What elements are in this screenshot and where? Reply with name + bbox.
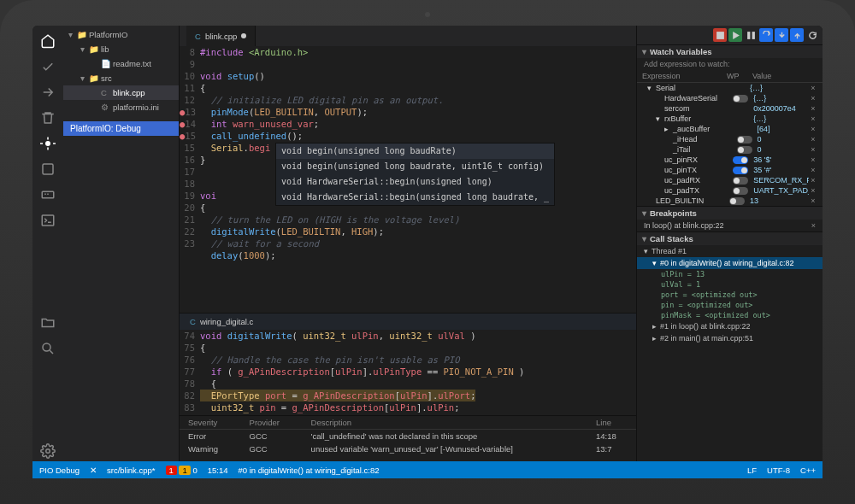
watch-header[interactable]: ▾Watch Variables	[637, 44, 823, 58]
debug-icon[interactable]	[38, 133, 58, 154]
remove-icon[interactable]: ×	[809, 135, 817, 144]
dirty-indicator	[241, 33, 246, 38]
settings-icon[interactable]	[38, 441, 58, 461]
tree-root[interactable]: ▾📁PlatformIO	[63, 27, 179, 42]
variable-row[interactable]: _iTail0×	[637, 144, 823, 155]
debug-restart-button[interactable]	[805, 28, 819, 42]
folder-icon[interactable]	[38, 313, 58, 333]
editor-main[interactable]: 8#include <Arduino.h>910void setup()11{1…	[180, 46, 636, 313]
split-tab[interactable]: C wiring_digital.c	[180, 313, 636, 330]
svg-rect-8	[752, 32, 754, 39]
serial-icon[interactable]	[38, 185, 58, 205]
status-mode[interactable]: PIO Debug	[39, 466, 80, 475]
watch-toggle[interactable]	[729, 197, 745, 205]
debug-pane: ▾Watch Variables Add expression to watch…	[636, 26, 823, 461]
variable-row[interactable]: uc_pinTX35 '#'×	[637, 165, 823, 175]
variable-row[interactable]: uc_pinRX36 '$'×	[637, 155, 823, 165]
test-icon[interactable]	[38, 159, 58, 179]
clean-icon[interactable]	[38, 108, 58, 128]
variable-row[interactable]: LED_BUILTIN13×	[637, 196, 823, 206]
debug-step-into-button[interactable]	[775, 28, 788, 42]
svg-point-0	[45, 141, 50, 146]
remove-icon[interactable]: ×	[809, 166, 817, 174]
tree-item[interactable]: ⚙platformio.ini	[63, 100, 179, 114]
debug-continue-button[interactable]	[728, 28, 742, 42]
remove-icon[interactable]: ×	[809, 104, 817, 113]
watch-toggle[interactable]	[737, 136, 752, 144]
status-bar: PIO Debug ✕ src/blink.cpp* 1 1 0 15:14 #…	[32, 461, 823, 478]
debug-step-over-button[interactable]	[759, 28, 773, 42]
watch-toggle[interactable]	[733, 187, 748, 195]
activity-bar	[32, 26, 63, 461]
status-frame[interactable]: #0 in digitalWrite() at wiring_digital.c…	[238, 466, 379, 475]
breakpoint-row[interactable]: In loop() at blink.cpp:22×	[637, 220, 823, 231]
remove-icon[interactable]: ×	[809, 125, 817, 133]
status-eol[interactable]: LF	[747, 466, 757, 475]
watch-toggle[interactable]	[733, 95, 748, 103]
remove-icon[interactable]: ×	[809, 155, 817, 164]
svg-rect-7	[747, 32, 750, 39]
thread-row[interactable]: ▾Thread #1	[637, 245, 823, 257]
autocomplete-popup[interactable]: void begin(unsigned long baudRate)void b…	[275, 143, 555, 206]
status-warnings[interactable]: 1	[179, 466, 190, 475]
callstack-frame[interactable]: ▾#0 in digitalWrite() at wiring_digital.…	[637, 257, 823, 269]
home-icon[interactable]	[38, 31, 58, 51]
remove-icon[interactable]: ×	[809, 84, 817, 92]
remove-icon[interactable]: ×	[809, 114, 817, 123]
status-errors[interactable]: 1	[166, 466, 177, 475]
remove-icon[interactable]: ×	[809, 196, 817, 205]
debug-pause-button[interactable]	[744, 28, 758, 42]
variable-row[interactable]: ▾Serial{…}×	[637, 83, 823, 93]
variable-row[interactable]: HardwareSerial{…}×	[637, 93, 823, 103]
terminal-icon[interactable]	[38, 210, 58, 231]
search-icon[interactable]	[38, 338, 58, 359]
svg-rect-1	[43, 164, 53, 174]
status-cursor[interactable]: 15:14	[208, 466, 228, 475]
upload-icon[interactable]	[38, 82, 58, 103]
problem-row[interactable]: ErrorGCC'call_undefined' was not declare…	[180, 430, 636, 443]
debug-toolbar	[637, 26, 823, 44]
watch-toggle[interactable]	[733, 156, 748, 164]
variable-row[interactable]: ▸_aucBuffer[64]×	[637, 124, 823, 134]
status-close-icon[interactable]: ✕	[90, 466, 97, 475]
debug-stop-button[interactable]	[713, 28, 727, 42]
remove-icon[interactable]: ×	[809, 176, 817, 185]
debug-step-out-button[interactable]	[790, 28, 804, 42]
variable-row[interactable]: uc_padRXSERCOM_RX_PAD_3×	[637, 175, 823, 185]
status-language[interactable]: C++	[800, 466, 816, 475]
remove-icon[interactable]: ×	[809, 145, 817, 154]
problem-row[interactable]: WarningGCCunused variable 'warn_unused_v…	[180, 442, 636, 455]
tab-bar: C blink.cpp	[180, 26, 636, 46]
editor-split[interactable]: 74void digitalWrite( uint32_t ulPin, uin…	[180, 330, 636, 415]
problems-panel: SeverityProviderDescriptionLine ErrorGCC…	[180, 415, 636, 461]
status-file[interactable]: src/blink.cpp*	[107, 466, 156, 475]
svg-point-4	[43, 343, 50, 351]
tab-blink[interactable]: C blink.cpp	[186, 26, 256, 46]
remove-icon[interactable]: ×	[809, 186, 817, 195]
variable-row[interactable]: uc_padTXUART_TX_PAD_2×	[637, 185, 823, 196]
watch-add-input[interactable]: Add expression to watch:	[637, 58, 823, 70]
debug-panel-title[interactable]: PlatformIO: Debug	[63, 121, 179, 136]
watch-toggle[interactable]	[733, 177, 748, 185]
svg-rect-3	[42, 215, 54, 226]
tree-item[interactable]: ▾📁lib	[63, 42, 179, 56]
status-encoding[interactable]: UTF-8	[767, 466, 790, 475]
callstack-frame[interactable]: ▸#2 in main() at main.cpp:51	[637, 332, 823, 344]
watch-toggle[interactable]	[737, 146, 752, 154]
callstacks-header[interactable]: ▾Call Stacks	[637, 231, 823, 245]
tree-item[interactable]: 📄readme.txt	[63, 56, 179, 71]
remove-icon[interactable]: ×	[809, 94, 817, 103]
callstack-frame[interactable]: ▸#1 in loop() at blink.cpp:22	[637, 320, 823, 332]
variable-row[interactable]: sercom0x200007e4 ×	[637, 103, 823, 114]
variable-row[interactable]: _iHead0×	[637, 134, 823, 144]
breakpoints-header[interactable]: ▾Breakpoints	[637, 206, 823, 220]
tree-item[interactable]: ▾📁src	[63, 71, 179, 85]
check-icon[interactable]	[38, 56, 58, 77]
watch-toggle[interactable]	[733, 167, 748, 174]
variable-row[interactable]: ▾rxBuffer{…}×	[637, 114, 823, 124]
sidebar: ▾📁PlatformIO ▾📁lib📄readme.txt▾📁srcCblink…	[63, 26, 180, 461]
svg-point-5	[46, 449, 50, 454]
tree-item[interactable]: Cblink.cpp	[63, 85, 179, 100]
svg-rect-6	[716, 32, 724, 39]
